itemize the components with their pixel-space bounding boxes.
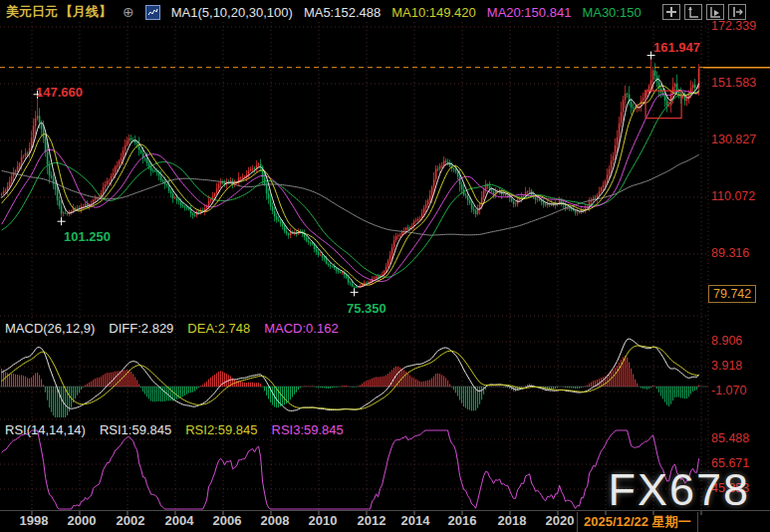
macd-diff-value: DIFF:2.829 xyxy=(109,321,173,336)
chart-toolbar xyxy=(662,4,746,20)
low-2011-annotation: 75.350 xyxy=(347,301,386,316)
year-label: 2010 xyxy=(304,513,342,528)
year-label: 2018 xyxy=(493,513,531,528)
year-label: 2006 xyxy=(208,513,246,528)
year-label: 2020 xyxy=(541,513,579,528)
rsi-axis-label: 85.488 xyxy=(711,431,749,445)
expand-icon[interactable]: ⊕ xyxy=(123,4,134,20)
macd-axis-label: 3.918 xyxy=(711,359,742,373)
macd-axis-label: 8.906 xyxy=(711,334,742,348)
chart-type-icon[interactable] xyxy=(145,5,160,20)
symbol-label: 美元日元 xyxy=(6,3,58,21)
price-axis-label: 110.072 xyxy=(711,189,755,203)
chart-canvas[interactable] xyxy=(0,0,770,532)
rsi2-value: RSI2:59.845 xyxy=(185,422,257,437)
rsi1-value: RSI1:59.845 xyxy=(100,422,171,437)
macd-macd-value: MACD:0.162 xyxy=(264,321,338,336)
year-label: 2014 xyxy=(396,513,434,528)
crosshair-button[interactable] xyxy=(662,4,680,20)
price-axis-boxed-label: 79.742 xyxy=(708,285,756,303)
high-1998-annotation: 147.660 xyxy=(36,85,83,100)
crosshair-icon xyxy=(665,6,677,18)
chart-header: 美元日元 【月线】 ⊕ MA1(5,10,20,30,100) MA5:152.… xyxy=(6,3,642,21)
price-axis-label: 89.316 xyxy=(711,246,749,260)
macd-params: MACD(26,12,9) xyxy=(5,321,95,336)
macd-dea-value: DEA:2.748 xyxy=(187,321,250,336)
ma30-value: MA30:150 xyxy=(582,5,641,20)
rsi-header: RSI(14,14,14) RSI1:59.845 RSI2:59.845 RS… xyxy=(5,422,344,437)
macd-layer xyxy=(2,339,699,417)
exit-icon xyxy=(731,6,743,18)
fx678-watermark: FX678 xyxy=(608,464,750,516)
year-label: 2008 xyxy=(256,513,294,528)
price-axis-label: 130.827 xyxy=(711,133,756,146)
rsi-params: RSI(14,14,14) xyxy=(5,422,86,437)
price-axis-label: 172.339 xyxy=(711,19,756,33)
low-1999-annotation: 101.250 xyxy=(64,229,111,244)
ma20-value: MA20:150.841 xyxy=(487,5,572,20)
macd-header: MACD(26,12,9) DIFF:2.829 DEA:2.748 MACD:… xyxy=(5,321,339,336)
exit-chart-button[interactable] xyxy=(728,4,746,20)
x-axis-scroll-icon xyxy=(709,6,721,18)
macd-axis-label: -1.070 xyxy=(711,384,746,398)
rsi-layer xyxy=(2,430,699,509)
rsi3-value: RSI3:59.845 xyxy=(272,422,344,437)
ma5-value: MA5:152.488 xyxy=(304,5,381,20)
candles-layer xyxy=(1,56,700,293)
y-axis-fit-icon xyxy=(687,6,699,18)
fit-y-axis-button[interactable] xyxy=(684,4,702,20)
price-axis-label: 151.583 xyxy=(711,76,756,90)
year-label: 2016 xyxy=(443,513,481,528)
year-label: 2000 xyxy=(63,513,101,528)
high-2024-annotation: 161.947 xyxy=(653,40,700,55)
scroll-x-axis-button[interactable] xyxy=(706,4,724,20)
ma-settings-label: MA1(5,10,20,30,100) xyxy=(171,5,293,20)
year-label: 2004 xyxy=(160,513,198,528)
year-label: 2002 xyxy=(112,513,149,528)
period-selector[interactable]: 【月线】 xyxy=(60,3,112,21)
moving-averages-layer xyxy=(2,79,699,287)
year-label: 1998 xyxy=(15,513,53,528)
grid-lines xyxy=(0,0,770,515)
year-label: 2012 xyxy=(353,513,390,528)
chart-app: 美元日元 【月线】 ⊕ MA1(5,10,20,30,100) MA5:152.… xyxy=(0,0,770,532)
ma10-value: MA10:149.420 xyxy=(391,5,476,20)
